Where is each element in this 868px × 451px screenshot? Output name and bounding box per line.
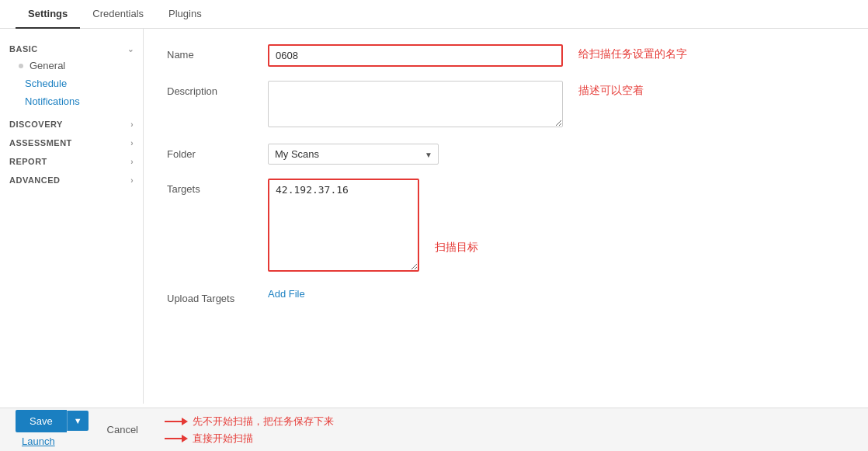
sidebar-section-basic-label: BASIC: [9, 44, 38, 54]
add-file-link[interactable]: Add File: [268, 288, 305, 300]
sidebar-item-notifications-label: Notifications: [25, 95, 80, 107]
sidebar-item-general-label: General: [30, 60, 65, 71]
sidebar-item-schedule-label: Schedule: [25, 78, 67, 89]
cancel-button[interactable]: Cancel: [96, 418, 149, 441]
save-annotation-text: 先不开始扫描，把任务保存下来: [193, 415, 334, 428]
form-row-folder: Folder My Scans Trash ▼: [167, 144, 845, 165]
top-tabs-bar: Settings Credentials Plugins: [0, 0, 868, 29]
tab-settings[interactable]: Settings: [16, 0, 80, 29]
name-annotation: 给扫描任务设置的名字: [578, 44, 687, 61]
sidebar-item-schedule[interactable]: Schedule: [9, 75, 134, 92]
content-area: Name 给扫描任务设置的名字 Description 描述可以空着 Folde…: [144, 29, 868, 404]
name-label: Name: [167, 44, 268, 61]
folder-select-wrapper: My Scans Trash ▼: [268, 144, 439, 165]
bottom-annotations: 先不开始扫描，把任务保存下来 直接开始扫描: [165, 415, 334, 446]
targets-input[interactable]: 42.192.37.16: [268, 179, 419, 272]
chevron-right-icon: ›: [130, 120, 134, 129]
sidebar: BASIC ⌄ General Schedule Notifications D…: [0, 29, 144, 404]
targets-label: Targets: [167, 179, 268, 195]
description-label: Description: [167, 81, 268, 97]
targets-control: 42.192.37.16: [268, 179, 419, 274]
name-input[interactable]: [268, 44, 563, 67]
save-dropdown-button[interactable]: ▼: [67, 411, 89, 431]
chevron-right-icon-4: ›: [130, 176, 134, 185]
bottom-bar: Save ▼ Launch Cancel 先不开始扫描，把任务保存下来 直接开始…: [0, 408, 868, 451]
sidebar-item-notifications[interactable]: Notifications: [9, 92, 134, 110]
upload-targets-label: Upload Targets: [167, 288, 268, 304]
sidebar-section-assessment-label: ASSESSMENT: [9, 138, 72, 147]
sidebar-section-report[interactable]: REPORT ›: [0, 152, 143, 171]
sidebar-section-report-label: REPORT: [9, 157, 47, 166]
chevron-right-icon-2: ›: [130, 139, 134, 147]
tab-plugins[interactable]: Plugins: [156, 0, 214, 29]
targets-annotation: 扫描目标: [435, 179, 478, 255]
save-button[interactable]: Save: [16, 410, 67, 432]
form-row-targets: Targets 42.192.37.16 扫描目标: [167, 179, 845, 274]
chevron-right-icon-3: ›: [130, 158, 134, 166]
sidebar-section-discovery-label: DISCOVERY: [9, 120, 63, 129]
sidebar-section-basic: BASIC ⌄ General Schedule Notifications: [0, 36, 143, 115]
arrow-save-icon: [165, 416, 188, 427]
main-layout: BASIC ⌄ General Schedule Notifications D…: [0, 29, 868, 404]
sidebar-section-basic-header[interactable]: BASIC ⌄: [9, 41, 134, 57]
sidebar-section-discovery[interactable]: DISCOVERY ›: [0, 115, 143, 134]
launch-annotation-text: 直接开始扫描: [193, 432, 253, 446]
upload-targets-control: Add File: [268, 288, 305, 300]
save-button-group: Save ▼: [16, 410, 89, 432]
form-row-description: Description 描述可以空着: [167, 81, 845, 130]
form-row-name: Name 给扫描任务设置的名字: [167, 44, 845, 67]
sidebar-section-advanced[interactable]: ADVANCED ›: [0, 171, 143, 189]
folder-select[interactable]: My Scans Trash: [268, 144, 439, 165]
launch-button[interactable]: Launch: [16, 432, 61, 450]
form-row-upload-targets: Upload Targets Add File: [167, 288, 845, 304]
tab-credentials[interactable]: Credentials: [80, 0, 156, 29]
name-control: [268, 44, 563, 67]
sidebar-item-general[interactable]: General: [9, 57, 134, 75]
sidebar-section-assessment[interactable]: ASSESSMENT ›: [0, 134, 143, 152]
description-annotation: 描述可以空着: [578, 81, 644, 98]
save-annotation-row: 先不开始扫描，把任务保存下来: [165, 415, 334, 428]
chevron-down-icon: ⌄: [127, 45, 134, 54]
description-control: [268, 81, 563, 130]
folder-label: Folder: [167, 144, 268, 160]
arrow-launch-icon: [165, 433, 188, 444]
sidebar-section-advanced-label: ADVANCED: [9, 175, 61, 185]
description-input[interactable]: [268, 81, 563, 127]
launch-annotation-row: 直接开始扫描: [165, 432, 334, 446]
bullet-icon: [19, 64, 23, 68]
